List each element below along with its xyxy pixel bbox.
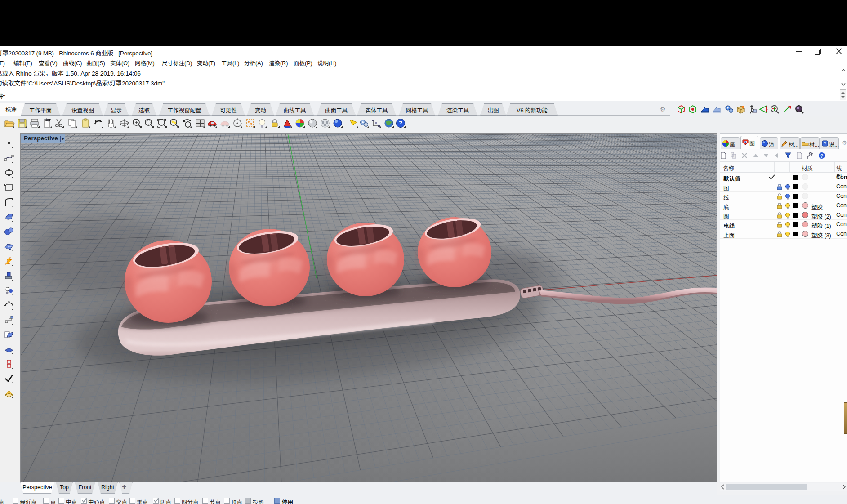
svg-text:?: ? [399,120,403,127]
svg-text:?: ? [824,141,826,146]
svg-text:?: ? [820,153,824,159]
